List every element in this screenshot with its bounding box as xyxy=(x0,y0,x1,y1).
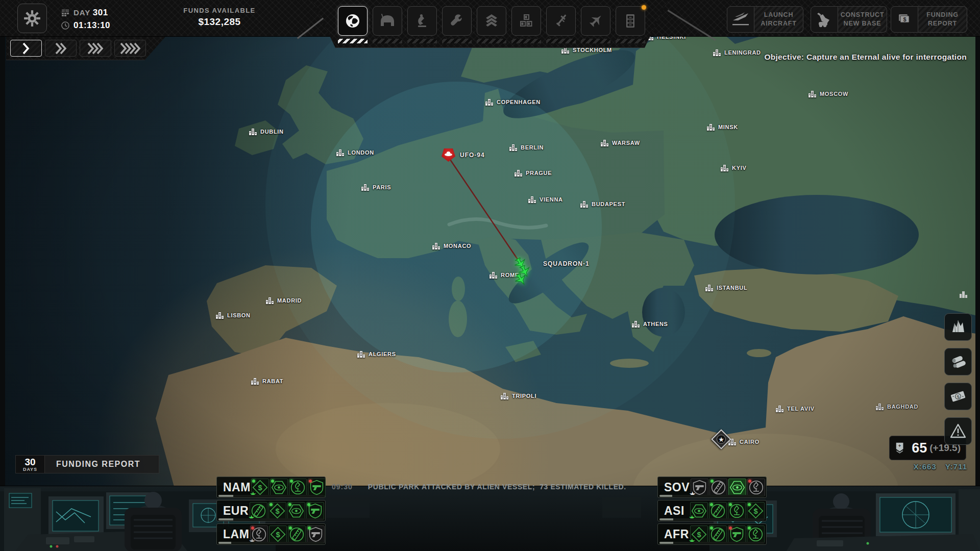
action-label-line: FUNDING xyxy=(926,11,959,19)
region-panel-left: NAM★EUR★LAM★ xyxy=(216,477,326,547)
funding-report-label: FUNDING REPORT xyxy=(45,455,159,473)
region-row-asi[interactable]: ASI★ xyxy=(657,500,767,521)
region-status-dollar-tile xyxy=(269,525,287,543)
days-label: DAYS xyxy=(23,467,37,472)
region-row-eur[interactable]: EUR★ xyxy=(216,500,326,521)
speed-3x-button[interactable] xyxy=(80,40,111,57)
region-progress-bar xyxy=(659,542,765,544)
nav-base-button[interactable] xyxy=(373,6,402,36)
trend-dot-green xyxy=(729,503,732,506)
ufo-label: UFO-94 xyxy=(460,152,485,159)
region-progress-bar xyxy=(659,495,765,497)
region-progress-bar xyxy=(218,542,324,544)
ticker-time: 09:30 xyxy=(332,483,353,491)
region-status-eye-tile xyxy=(728,479,746,496)
region-code: ASI xyxy=(659,504,689,518)
nav-engineering-button[interactable] xyxy=(442,6,472,36)
squadron-jet-icon[interactable] xyxy=(515,273,527,286)
left-frame-edge xyxy=(0,36,5,551)
nav-aircraft-button[interactable] xyxy=(581,6,610,36)
filing-cabinet-icon xyxy=(622,12,639,30)
settings-button[interactable] xyxy=(17,4,47,33)
speed-1x-button[interactable] xyxy=(10,40,42,57)
svg-text:$: $ xyxy=(903,16,906,22)
map-overlay-buttons: $ xyxy=(944,313,972,445)
region-row-lam[interactable]: LAM★ xyxy=(216,523,326,545)
nav-active-stripe xyxy=(338,39,368,43)
action-label-line: CONSTRUCT xyxy=(841,11,885,19)
nav-archive-button[interactable] xyxy=(616,6,645,36)
funding-report-button[interactable]: $ FUNDING REPORT xyxy=(891,6,967,33)
region-status-scope-tile xyxy=(289,479,307,496)
region-code: AFR xyxy=(659,528,689,541)
speed-2x-button[interactable] xyxy=(45,40,77,57)
region-status-dollar-tile: ★ xyxy=(251,479,269,496)
trend-dot-green xyxy=(748,527,751,530)
action-label-line: LAUNCH xyxy=(764,11,794,19)
construct-new-base-button[interactable]: CONSTRUCT NEW BASE xyxy=(811,6,887,33)
action-label-line: AIRCRAFT xyxy=(761,19,796,28)
trend-dot-green xyxy=(288,503,291,506)
notification-dot xyxy=(642,5,646,10)
supply-crates-icon xyxy=(518,12,535,30)
region-status-dollar-tile xyxy=(268,502,286,520)
region-status-dollar-tile xyxy=(747,502,765,520)
overlay-cash-button[interactable]: $ xyxy=(944,383,972,410)
funding-report-countdown-button[interactable]: 30 DAYS FUNDING REPORT xyxy=(15,455,159,473)
trend-dot-green xyxy=(307,503,310,506)
launch-aircraft-button[interactable]: LAUNCH AIRCRAFT xyxy=(727,6,803,33)
canister-icon xyxy=(949,353,967,370)
overlay-alerts-button[interactable] xyxy=(944,417,972,445)
nav-armory-button[interactable] xyxy=(546,6,576,36)
region-row-sov[interactable]: SOV★ xyxy=(657,477,767,498)
trend-dot-red xyxy=(748,480,751,483)
gear-icon xyxy=(23,9,41,28)
geoscape-screen: STOCKHOLMHELSINKILENINGRADMOSCOWMINSKCOP… xyxy=(0,0,980,551)
trend-dot-green xyxy=(710,503,713,506)
dollar-notes-icon: $ xyxy=(895,10,914,29)
excavator-icon xyxy=(815,10,834,29)
nav-personnel-button[interactable] xyxy=(477,6,506,36)
aircraft-takeoff-icon xyxy=(731,10,750,29)
days-value: 30 xyxy=(24,457,35,467)
funds-display: FUNDS AVAILABLE $132,285 xyxy=(163,7,276,28)
funds-label: FUNDS AVAILABLE xyxy=(163,7,276,14)
overlay-canisters-button[interactable] xyxy=(944,348,972,375)
main-nav-bar xyxy=(312,0,668,48)
overlay-crystals-button[interactable] xyxy=(944,313,972,341)
day-value: 301 xyxy=(93,8,108,17)
region-status-eye-tile xyxy=(287,502,305,520)
cursor-x: X:663 xyxy=(914,462,937,471)
nav-geoscape-button[interactable] xyxy=(338,6,368,36)
calendar-icon xyxy=(61,9,69,17)
trend-dot-green xyxy=(289,527,292,530)
fighter-jet-icon xyxy=(587,12,604,30)
region-row-nam[interactable]: NAM★ xyxy=(216,477,326,498)
region-status-scope-tile xyxy=(728,502,746,520)
region-status-gun-tile: ★ xyxy=(691,479,708,496)
region-status-eye-tile xyxy=(270,479,288,496)
region-row-afr[interactable]: AFR★ xyxy=(657,523,767,545)
speed-4x-button[interactable] xyxy=(114,40,146,57)
region-progress-bar xyxy=(659,518,765,520)
trend-dot-green xyxy=(748,503,751,506)
region-status-caliper-tile xyxy=(709,502,727,520)
trend-dot-green xyxy=(270,503,273,506)
clock-icon xyxy=(61,21,69,30)
hangar-icon xyxy=(379,12,396,30)
rifle-icon xyxy=(552,12,570,30)
region-status-caliper-tile xyxy=(709,479,727,496)
region-status-gun-tile xyxy=(308,479,326,496)
region-progress-bar xyxy=(218,518,324,520)
region-status-caliper-tile xyxy=(709,525,727,543)
nav-stores-button[interactable] xyxy=(511,6,541,36)
xenonaut-base-icon[interactable]: ★ xyxy=(711,429,731,449)
ufo-contact-icon[interactable] xyxy=(442,148,455,162)
trend-dot-green xyxy=(710,527,713,530)
warning-icon xyxy=(949,422,967,440)
action-label-line: REPORT xyxy=(928,19,957,28)
action-label-line: NEW BASE xyxy=(844,19,881,28)
nav-research-button[interactable] xyxy=(407,6,437,36)
trend-dot-red xyxy=(309,480,312,483)
squadron-label: SQUADRON-1 xyxy=(543,260,590,267)
